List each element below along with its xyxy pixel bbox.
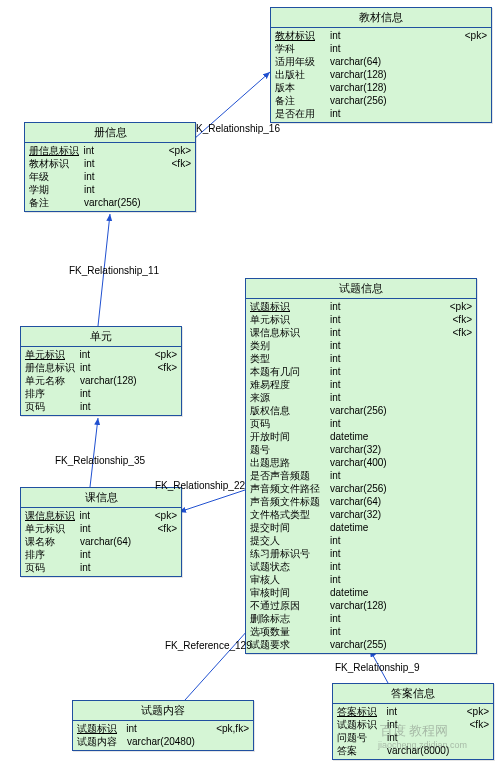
column-row: 提交时间datetime: [250, 521, 472, 534]
entity-question: 试题信息 试题标识int<pk>单元标识int<fk>课信息标识int<fk>类…: [245, 278, 477, 654]
column-name: 备注: [29, 196, 84, 209]
column-type: varchar(400): [330, 456, 420, 469]
column-type: int: [387, 705, 461, 718]
column-row: 试题状态int: [250, 560, 472, 573]
entity-lesson: 课信息 课信息标识int<pk>单元标识int<fk>课名称varchar(64…: [20, 487, 182, 577]
column-row: 出版社varchar(128): [275, 68, 487, 81]
column-name: 备注: [275, 94, 330, 107]
column-key: [420, 417, 472, 430]
column-type: int: [330, 313, 420, 326]
column-type: varchar(64): [330, 55, 430, 68]
column-row: 不通过原因varchar(128): [250, 599, 472, 612]
column-key: [164, 183, 191, 196]
column-key: [462, 731, 489, 744]
column-row: 本题有几问int: [250, 365, 472, 378]
column-row: 备注varchar(256): [29, 196, 191, 209]
column-key: [420, 378, 472, 391]
column-name: 册信息标识: [29, 144, 83, 157]
column-key: [420, 495, 472, 508]
column-row: 来源int: [250, 391, 472, 404]
entity-question-content: 试题内容 试题标识int<pk,fk>试题内容varchar(20480): [72, 700, 254, 751]
column-name: 出版社: [275, 68, 330, 81]
column-name: 审核人: [250, 573, 330, 586]
column-key: [150, 387, 177, 400]
entity-body: 课信息标识int<pk>单元标识int<fk>课名称varchar(64)排序i…: [21, 508, 181, 576]
column-row: 答案标识int<pk>: [337, 705, 489, 718]
column-type: varchar(256): [330, 94, 430, 107]
column-key: [430, 81, 487, 94]
column-type: int: [84, 170, 164, 183]
column-name: 单元标识: [25, 522, 80, 535]
column-name: 难易程度: [250, 378, 330, 391]
column-name: 是否声音频题: [250, 469, 330, 482]
column-type: varchar(64): [330, 495, 420, 508]
column-type: int: [80, 361, 150, 374]
rel-label-35: FK_Relationship_35: [55, 455, 145, 466]
column-type: int: [330, 352, 420, 365]
column-row: 教材标识int<fk>: [29, 157, 191, 170]
column-name: 学科: [275, 42, 330, 55]
column-name: 适用年级: [275, 55, 330, 68]
column-name: 课信息标识: [25, 509, 79, 522]
column-type: int: [80, 561, 150, 574]
column-key: [420, 508, 472, 521]
column-key: [420, 625, 472, 638]
column-name: 答案标识: [337, 705, 387, 718]
column-key: [430, 68, 487, 81]
column-name: 页码: [25, 400, 80, 413]
column-row: 课信息标识int<pk>: [25, 509, 177, 522]
rel-label-9: FK_Relationship_9: [335, 662, 420, 673]
column-row: 试题标识int<pk>: [250, 300, 472, 313]
column-row: 类型int: [250, 352, 472, 365]
column-row: 备注varchar(256): [275, 94, 487, 107]
entity-body: 册信息标识int<pk>教材标识int<fk>年级int学期int备注varch…: [25, 143, 195, 211]
column-type: int: [83, 144, 162, 157]
column-type: int: [330, 534, 420, 547]
column-name: 版本: [275, 81, 330, 94]
column-type: varchar(256): [84, 196, 164, 209]
column-type: int: [330, 378, 420, 391]
column-name: 版权信息: [250, 404, 330, 417]
column-type: int: [126, 722, 210, 735]
entity-body: 单元标识int<pk>册信息标识int<fk>单元名称varchar(128)排…: [21, 347, 181, 415]
column-name: 单元名称: [25, 374, 80, 387]
column-key: <pk>: [430, 29, 487, 42]
column-row: 出题思路varchar(400): [250, 456, 472, 469]
column-row: 单元名称varchar(128): [25, 374, 177, 387]
column-name: 学期: [29, 183, 84, 196]
column-key: <pk,fk>: [210, 722, 249, 735]
column-row: 版本varchar(128): [275, 81, 487, 94]
column-name: 册信息标识: [25, 361, 80, 374]
column-name: 页码: [250, 417, 330, 430]
column-key: [430, 42, 487, 55]
rel-label-11: FK_Relationship_11: [69, 265, 159, 276]
column-name: 试题标识: [337, 718, 387, 731]
column-name: 试题要求: [250, 638, 330, 651]
column-key: [420, 638, 472, 651]
column-key: [420, 469, 472, 482]
column-key: [420, 586, 472, 599]
column-row: 单元标识int<fk>: [250, 313, 472, 326]
entity-teaching-material: 教材信息 教材标识int<pk>学科int适用年级varchar(64)出版社v…: [270, 7, 492, 123]
column-name: 年级: [29, 170, 84, 183]
column-row: 页码int: [250, 417, 472, 430]
column-key: [420, 599, 472, 612]
column-name: 教材标识: [275, 29, 330, 42]
column-row: 排序int: [25, 548, 177, 561]
column-type: int: [80, 387, 150, 400]
column-row: 试题标识int<fk>: [337, 718, 489, 731]
column-type: varchar(32): [330, 443, 420, 456]
column-name: 课信息标识: [250, 326, 330, 339]
column-name: 声音频文件路径: [250, 482, 330, 495]
column-key: [420, 560, 472, 573]
column-row: 删除标志int: [250, 612, 472, 625]
column-key: [420, 482, 472, 495]
column-key: [164, 196, 191, 209]
column-row: 课信息标识int<fk>: [250, 326, 472, 339]
column-row: 页码int: [25, 400, 177, 413]
column-name: 问题号: [337, 731, 387, 744]
column-row: 排序int: [25, 387, 177, 400]
column-key: [164, 170, 191, 183]
column-type: varchar(20480): [127, 735, 212, 748]
column-key: [430, 94, 487, 107]
